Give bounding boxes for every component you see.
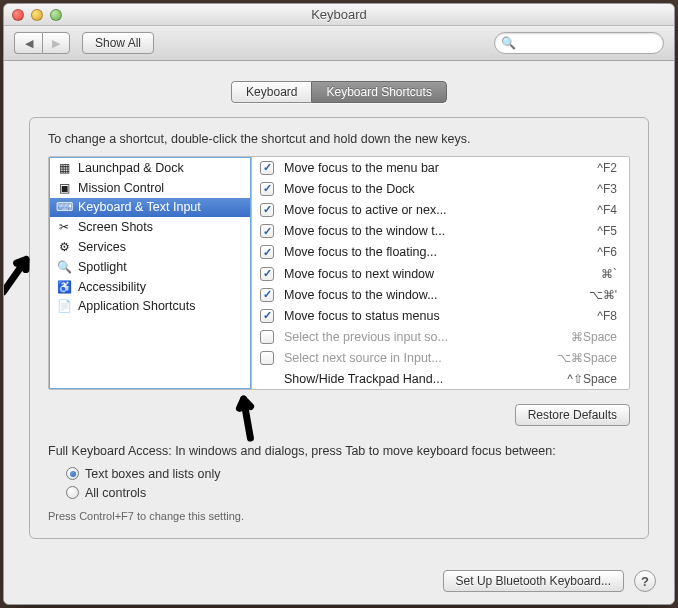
shortcut-keys: ⌘Space bbox=[547, 330, 617, 344]
category-row[interactable]: ⌨Keyboard & Text Input bbox=[50, 198, 250, 218]
search-field-wrap: 🔍 bbox=[494, 32, 664, 54]
shortcut-label: Show/Hide Trackpad Hand... bbox=[284, 372, 537, 386]
shortcut-keys: ^F3 bbox=[547, 182, 617, 196]
shortcut-row[interactable]: ✓Move focus to the window...⌥⌘' bbox=[252, 284, 629, 305]
shortcut-label: Move focus to the Dock bbox=[284, 182, 537, 196]
shortcut-label: Select next source in Input... bbox=[284, 351, 537, 365]
shortcut-checkbox[interactable]: ✓ bbox=[260, 267, 274, 281]
shortcut-checkbox[interactable]: ✓ bbox=[260, 309, 274, 323]
shortcut-checkbox[interactable]: ✓ bbox=[260, 182, 274, 196]
chevron-right-icon: ▶ bbox=[52, 37, 60, 50]
shortcut-label: Move focus to status menus bbox=[284, 309, 537, 323]
keyboard-icon: ⌨ bbox=[56, 199, 72, 215]
show-all-button[interactable]: Show All bbox=[82, 32, 154, 54]
shortcut-row[interactable]: ✓Move focus to next window⌘` bbox=[252, 263, 629, 284]
shortcut-keys: ⌥⌘' bbox=[547, 288, 617, 302]
spotlight-icon: 🔍 bbox=[56, 259, 72, 275]
shortcut-keys: ^F8 bbox=[547, 309, 617, 323]
category-label: Launchpad & Dock bbox=[78, 161, 184, 175]
shortcut-row[interactable]: ✓Move focus to the menu bar^F2 bbox=[252, 157, 629, 178]
shortcut-checkbox[interactable]: ✓ bbox=[260, 161, 274, 175]
shortcut-row[interactable]: ✓Move focus to active or nex...^F4 bbox=[252, 199, 629, 220]
shortcut-label: Move focus to active or nex... bbox=[284, 203, 537, 217]
category-label: Accessibility bbox=[78, 280, 146, 294]
shortcut-label: Move focus to the floating... bbox=[284, 245, 537, 259]
shortcut-keys: ^F2 bbox=[547, 161, 617, 175]
category-row[interactable]: ✂Screen Shots bbox=[50, 217, 250, 237]
window-title: Keyboard bbox=[4, 7, 674, 22]
tab-shortcuts[interactable]: Keyboard Shortcuts bbox=[311, 81, 446, 103]
fka-radios: Text boxes and lists only All controls bbox=[66, 464, 630, 502]
shortcuts-split: ▦Launchpad & Dock▣Mission Control⌨Keyboa… bbox=[48, 156, 630, 390]
category-label: Keyboard & Text Input bbox=[78, 200, 201, 214]
category-row[interactable]: 🔍Spotlight bbox=[50, 257, 250, 277]
shortcut-row[interactable]: ✓Move focus to the Dock^F3 bbox=[252, 178, 629, 199]
preferences-window: Keyboard ◀ ▶ Show All 🔍 Keyboard Keyboar… bbox=[3, 3, 675, 605]
mission-control-icon: ▣ bbox=[56, 180, 72, 196]
category-row[interactable]: ⚙Services bbox=[50, 237, 250, 257]
screenshots-icon: ✂ bbox=[56, 219, 72, 235]
category-row[interactable]: ♿Accessibility bbox=[50, 277, 250, 297]
shortcut-label: Select the previous input so... bbox=[284, 330, 537, 344]
chevron-left-icon: ◀ bbox=[25, 37, 33, 50]
fka-note: Press Control+F7 to change this setting. bbox=[48, 510, 630, 522]
tab-bar: Keyboard Keyboard Shortcuts bbox=[29, 81, 649, 103]
shortcut-list[interactable]: ✓Move focus to the menu bar^F2✓Move focu… bbox=[251, 157, 629, 389]
shortcut-row[interactable]: ✓Select next source in Input...⌥⌘Space bbox=[252, 348, 629, 369]
titlebar: Keyboard bbox=[4, 4, 674, 26]
forward-button[interactable]: ▶ bbox=[42, 32, 70, 54]
shortcuts-panel: To change a shortcut, double-click the s… bbox=[29, 117, 649, 539]
instruction-text: To change a shortcut, double-click the s… bbox=[48, 132, 630, 146]
bluetooth-keyboard-button[interactable]: Set Up Bluetooth Keyboard... bbox=[443, 570, 624, 592]
shortcut-row[interactable]: ✓Move focus to the floating...^F6 bbox=[252, 242, 629, 263]
shortcut-checkbox[interactable]: ✓ bbox=[260, 351, 274, 365]
zoom-button[interactable] bbox=[50, 9, 62, 21]
shortcut-label: Move focus to the menu bar bbox=[284, 161, 537, 175]
shortcut-row[interactable]: Show/Hide Trackpad Hand...^⇧Space bbox=[252, 369, 629, 389]
category-list[interactable]: ▦Launchpad & Dock▣Mission Control⌨Keyboa… bbox=[48, 156, 252, 390]
full-keyboard-access-text: Full Keyboard Access: In windows and dia… bbox=[48, 444, 630, 458]
footer: Set Up Bluetooth Keyboard... ? bbox=[443, 570, 656, 592]
shortcut-checkbox[interactable]: ✓ bbox=[260, 288, 274, 302]
shortcut-label: Move focus to the window... bbox=[284, 288, 537, 302]
category-label: Application Shortcuts bbox=[78, 299, 195, 313]
shortcut-keys: ⌘` bbox=[547, 267, 617, 281]
shortcut-row[interactable]: ✓Select the previous input so...⌘Space bbox=[252, 327, 629, 348]
shortcut-keys: ^F5 bbox=[547, 224, 617, 238]
toolbar: ◀ ▶ Show All 🔍 bbox=[4, 26, 674, 61]
shortcut-keys: ^F4 bbox=[547, 203, 617, 217]
back-button[interactable]: ◀ bbox=[14, 32, 42, 54]
content-area: Keyboard Keyboard Shortcuts To change a … bbox=[4, 61, 674, 604]
category-row[interactable]: ▦Launchpad & Dock bbox=[50, 158, 250, 178]
radio-label-all-controls: All controls bbox=[85, 486, 146, 500]
window-controls bbox=[12, 9, 62, 21]
category-label: Mission Control bbox=[78, 181, 164, 195]
shortcut-keys: ^F6 bbox=[547, 245, 617, 259]
close-button[interactable] bbox=[12, 9, 24, 21]
shortcut-row[interactable]: ✓Move focus to status menus^F8 bbox=[252, 305, 629, 326]
shortcut-label: Move focus to next window bbox=[284, 267, 537, 281]
shortcut-checkbox[interactable]: ✓ bbox=[260, 245, 274, 259]
search-input[interactable] bbox=[494, 32, 664, 54]
shortcut-checkbox[interactable]: ✓ bbox=[260, 224, 274, 238]
category-label: Spotlight bbox=[78, 260, 127, 274]
tab-keyboard[interactable]: Keyboard bbox=[231, 81, 311, 103]
category-row[interactable]: ▣Mission Control bbox=[50, 178, 250, 198]
shortcut-keys: ^⇧Space bbox=[547, 372, 617, 386]
minimize-button[interactable] bbox=[31, 9, 43, 21]
radio-text-boxes-only[interactable] bbox=[66, 467, 79, 480]
shortcut-checkbox[interactable]: ✓ bbox=[260, 203, 274, 217]
shortcut-row[interactable]: ✓Move focus to the window t...^F5 bbox=[252, 221, 629, 242]
category-label: Services bbox=[78, 240, 126, 254]
services-icon: ⚙ bbox=[56, 239, 72, 255]
radio-all-controls[interactable] bbox=[66, 486, 79, 499]
restore-defaults-button[interactable]: Restore Defaults bbox=[515, 404, 630, 426]
radio-label-text-boxes: Text boxes and lists only bbox=[85, 467, 221, 481]
category-label: Screen Shots bbox=[78, 220, 153, 234]
nav-segmented: ◀ ▶ bbox=[14, 32, 70, 54]
category-row[interactable]: 📄Application Shortcuts bbox=[50, 297, 250, 317]
shortcut-checkbox[interactable]: ✓ bbox=[260, 330, 274, 344]
search-icon: 🔍 bbox=[501, 36, 516, 50]
help-button[interactable]: ? bbox=[634, 570, 656, 592]
app-shortcuts-icon: 📄 bbox=[56, 298, 72, 314]
